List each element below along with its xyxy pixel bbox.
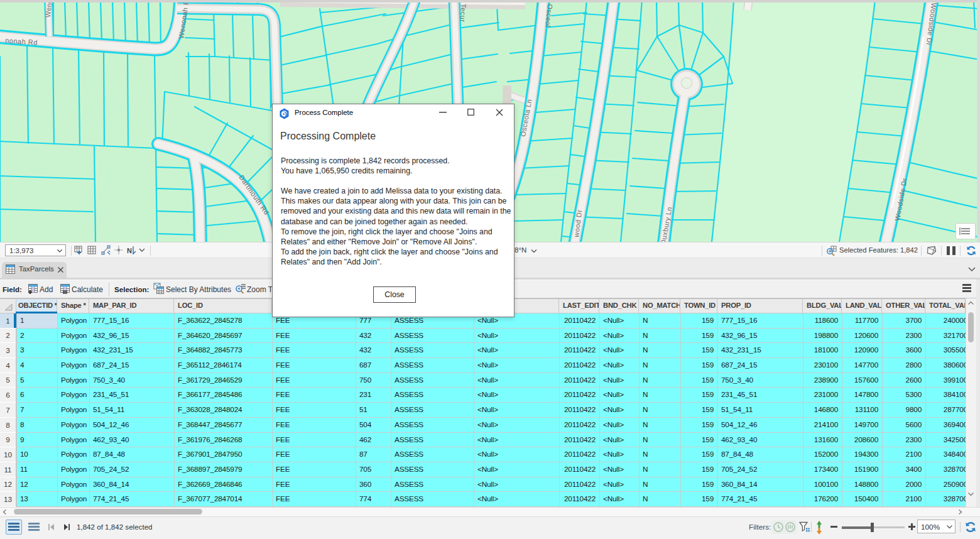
svg-text:N: N (127, 247, 132, 254)
svg-text:Tecur: Tecur (459, 4, 467, 23)
svg-text:Weno: Weno (44, 0, 53, 18)
